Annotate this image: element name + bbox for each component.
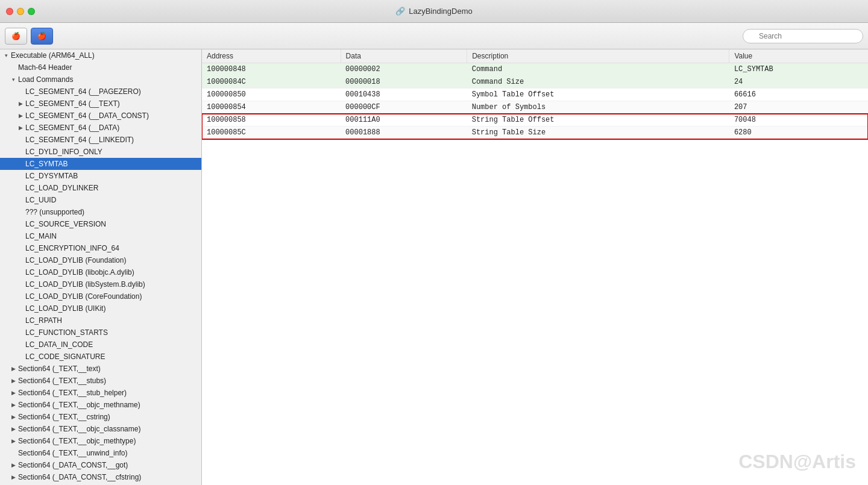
sidebar-item-label: LC_MAIN (25, 232, 57, 240)
sidebar-item-lc-load-dylinker[interactable]: LC_LOAD_DYLINKER (0, 182, 201, 194)
sidebar-item-lc-load-dylib-libsystem[interactable]: LC_LOAD_DYLIB (libSystem.B.dylib) (0, 278, 201, 290)
sidebar-item-label: LC_LOAD_DYLIB (libobjc.A.dylib) (25, 268, 134, 277)
sidebar-item-mach64-header[interactable]: Mach-64 Header (0, 61, 201, 74)
triangle-icon (17, 221, 24, 228)
sidebar-item-lc-load-dylib-uikit[interactable]: LC_LOAD_DYLIB (UIKit) (0, 302, 201, 314)
sidebar-item-section64-text-objc-methtype[interactable]: ▶ Section64 (_TEXT,__objc_methtype) (0, 435, 201, 447)
table-row[interactable]: 10000084800000002CommandLC_SYMTAB (202, 63, 868, 76)
cell-value: LC_SYMTAB (729, 63, 868, 76)
cell-data: 00000002 (341, 63, 467, 76)
sidebar-item-lc-dyld-info-only[interactable]: LC_DYLD_INFO_ONLY (0, 146, 201, 158)
search-input[interactable] (743, 29, 863, 43)
sidebar-item-label: LC_LOAD_DYLINKER (25, 184, 98, 192)
cell-value: 207 (729, 101, 868, 114)
minimize-button[interactable] (17, 8, 24, 15)
sidebar-item-lc-segment-64-linkedit[interactable]: LC_SEGMENT_64 (__LINKEDIT) (0, 134, 201, 146)
triangle-icon: ▶ (10, 437, 17, 445)
sidebar-item-section64-text-objc-methname[interactable]: ▶ Section64 (_TEXT,__objc_methname) (0, 399, 201, 411)
sidebar-item-lc-data-in-code[interactable]: LC_DATA_IN_CODE (0, 339, 201, 351)
sidebar-item-label: Section64 (_DATA_CONST,__cfstring) (18, 473, 141, 481)
sidebar-item-lc-encryption-info-64[interactable]: LC_ENCRYPTION_INFO_64 (0, 242, 201, 254)
triangle-icon (17, 281, 24, 288)
sidebar-item-section64-text-objc-classname[interactable]: ▶ Section64 (_TEXT,__objc_classname) (0, 423, 201, 435)
cell-address: 100000854 (202, 101, 341, 114)
triangle-icon (10, 449, 17, 457)
sidebar-item-lc-source-version[interactable]: LC_SOURCE_VERSION (0, 218, 201, 230)
sidebar-item-section64-text-stubs[interactable]: ▶ Section64 (_TEXT,__stubs) (0, 375, 201, 387)
sidebar-item-executable[interactable]: ▾ Executable (ARM64_ALL) (0, 49, 201, 61)
sidebar-item-section64-text-text[interactable]: ▶ Section64 (_TEXT,__text) (0, 363, 201, 375)
sidebar-item-label: LC_SEGMENT_64 (__DATA) (25, 124, 119, 132)
sidebar-item-section64-text-cstring[interactable]: ▶ Section64 (_TEXT,__cstring) (0, 411, 201, 423)
sidebar: ▾ Executable (ARM64_ALL) Mach-64 Header … (0, 49, 202, 485)
sidebar-item-label: LC_UUID (25, 196, 56, 204)
sidebar-item-lc-uuid[interactable]: LC_UUID (0, 194, 201, 206)
sidebar-item-label: LC_CODE_SIGNATURE (25, 352, 105, 361)
table-row[interactable]: 100000858000111A0String Table Offset7004… (202, 114, 868, 127)
sidebar-item-lc-segment-64-text[interactable]: ▶ LC_SEGMENT_64 (__TEXT) (0, 98, 201, 110)
window-controls[interactable] (6, 8, 35, 15)
cell-description: String Table Offset (467, 114, 729, 127)
sidebar-item-lc-dysymtab[interactable]: LC_DYSYMTAB (0, 170, 201, 182)
sidebar-item-label: Section64 (_TEXT,__cstring) (18, 413, 110, 421)
sidebar-item-label: LC_SEGMENT_64 (__TEXT) (25, 99, 120, 108)
triangle-icon: ▶ (10, 401, 17, 408)
sidebar-item-label: LC_FUNCTION_STARTS (25, 328, 108, 337)
table-row[interactable]: 10000084C00000018Command Size24 (202, 76, 868, 89)
table-header-row: Address Data Description Value (202, 49, 868, 63)
triangle-icon (17, 233, 24, 240)
triangle-icon: ▶ (10, 462, 17, 469)
cell-address: 100000850 (202, 89, 341, 101)
sidebar-item-label: Executable (ARM64_ALL) (11, 51, 95, 60)
sidebar-item-label: Section64 (_TEXT,__objc_methname) (18, 401, 140, 409)
toolbar-button-1[interactable]: 🍎 (5, 28, 27, 45)
sidebar-item-lc-function-starts[interactable]: LC_FUNCTION_STARTS (0, 327, 201, 339)
table-wrapper: Address Data Description Value 100000848… (202, 49, 868, 139)
sidebar-item-label: LC_SOURCE_VERSION (25, 220, 106, 228)
sidebar-item-label: LC_LOAD_DYLIB (UIKit) (25, 304, 105, 313)
sidebar-item-section64-text-stub-helper[interactable]: ▶ Section64 (_TEXT,__stub_helper) (0, 387, 201, 399)
sidebar-item-lc-load-dylib-libobjc[interactable]: LC_LOAD_DYLIB (libobjc.A.dylib) (0, 266, 201, 278)
sidebar-item-load-commands[interactable]: ▾ Load Commands (0, 74, 201, 86)
sidebar-item-lc-segment-64-data[interactable]: ▶ LC_SEGMENT_64 (__DATA) (0, 122, 201, 134)
cell-data: 00010438 (341, 89, 467, 101)
cell-data: 000000CF (341, 101, 467, 114)
col-description: Description (467, 49, 729, 63)
triangle-icon (17, 88, 24, 95)
table-row[interactable]: 100000854000000CFNumber of Symbols207 (202, 101, 868, 114)
sidebar-item-lc-rpath[interactable]: LC_RPATH (0, 314, 201, 327)
sidebar-item-label: Section64 (_TEXT,__stub_helper) (18, 389, 127, 397)
close-button[interactable] (6, 8, 13, 15)
sidebar-item-lc-code-signature[interactable]: LC_CODE_SIGNATURE (0, 351, 201, 363)
triangle-icon (17, 317, 24, 324)
sidebar-item-label: LC_ENCRYPTION_INFO_64 (25, 244, 119, 252)
sidebar-item-lc-load-dylib-foundation[interactable]: LC_LOAD_DYLIB (Foundation) (0, 254, 201, 266)
sidebar-item-label: Mach-64 Header (18, 63, 72, 72)
col-data: Data (341, 49, 467, 63)
sidebar-item-label: LC_DATA_IN_CODE (25, 340, 93, 349)
sidebar-item-section64-data-const-cfstring[interactable]: ▶ Section64 (_DATA_CONST,__cfstring) (0, 471, 201, 483)
col-address: Address (202, 49, 341, 63)
search-wrapper: 🔍 (743, 29, 863, 43)
triangle-icon: ▶ (17, 124, 24, 131)
table-row[interactable]: 10000085C00001888String Table Size6280 (202, 127, 868, 139)
col-value: Value (729, 49, 868, 63)
sidebar-item-label: Section64 (_TEXT,__objc_classname) (18, 425, 140, 433)
triangle-icon (17, 329, 24, 336)
triangle-icon (17, 136, 24, 143)
maximize-button[interactable] (28, 8, 35, 15)
toolbar-button-2[interactable]: 🍎 (31, 28, 53, 45)
sidebar-item-label: ??? (unsupported) (25, 208, 84, 216)
sidebar-item-lc-symtab[interactable]: LC_SYMTAB (0, 158, 201, 170)
sidebar-item-label: Section64 (_DATA_CONST,__got) (18, 461, 128, 469)
cell-description: Number of Symbols (467, 101, 729, 114)
sidebar-item-lc-segment-64-data-const[interactable]: ▶ LC_SEGMENT_64 (__DATA_CONST) (0, 110, 201, 122)
sidebar-item-lc-segment-64-pagezero[interactable]: LC_SEGMENT_64 (__PAGEZERO) (0, 86, 201, 98)
sidebar-item-unsupported[interactable]: ??? (unsupported) (0, 206, 201, 218)
sidebar-item-section64-data-const-got[interactable]: ▶ Section64 (_DATA_CONST,__got) (0, 459, 201, 471)
sidebar-item-lc-load-dylib-corefoundation[interactable]: LC_LOAD_DYLIB (CoreFoundation) (0, 290, 201, 302)
sidebar-item-lc-main[interactable]: LC_MAIN (0, 230, 201, 242)
toolbar: 🍎 🍎 🔍 (0, 23, 868, 49)
table-row[interactable]: 10000085000010438Symbol Table Offset6661… (202, 89, 868, 101)
sidebar-item-section64-text-unwind-info[interactable]: Section64 (_TEXT,__unwind_info) (0, 447, 201, 459)
